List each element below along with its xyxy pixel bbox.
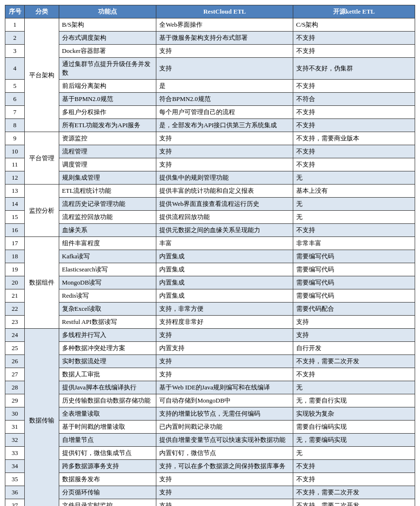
cell-restcloud: 符合BPMN2.0规范 xyxy=(156,93,293,106)
table-row: 37文件目录实时监控支持不支持，需要二次开发 xyxy=(5,499,415,506)
cell-feature: 复杂Excel读取 xyxy=(59,303,156,316)
cell-feature: Docker容器部署 xyxy=(59,45,156,58)
cell-feature: Restful API数据读写 xyxy=(59,316,156,329)
cell-id: 30 xyxy=(5,407,25,421)
table-row: 16血缘关系提供元数据之间的血缘关系呈现能力不支持 xyxy=(5,224,415,237)
cell-id: 22 xyxy=(5,303,25,316)
cell-feature: 血缘关系 xyxy=(59,224,156,237)
cell-id: 3 xyxy=(5,45,25,58)
table-row: 20MongoDB读写内置集成需要编写代码 xyxy=(5,276,415,289)
cell-id: 34 xyxy=(5,460,25,473)
cell-kettle: 不支持 xyxy=(293,80,415,93)
cell-restcloud: 全Web界面操作 xyxy=(156,18,293,32)
cell-kettle: 无 xyxy=(293,381,415,394)
cell-restcloud: 提供流程回放功能 xyxy=(156,211,293,224)
cell-category: 数据传输 xyxy=(25,329,59,506)
cell-kettle: 无 xyxy=(293,171,415,185)
cell-feature: 流程历史记录管理功能 xyxy=(59,198,156,211)
cell-feature: 流程监控回放功能 xyxy=(59,211,156,224)
cell-id: 16 xyxy=(5,224,25,237)
table-row: 30全表增量读取支持的增量比较节点，无需任何编码实现较为复杂 xyxy=(5,407,415,421)
table-row: 6基于BPMN2.0规范符合BPMN2.0规范不符合 xyxy=(5,93,415,106)
cell-restcloud: 内置钉钉，微信节点 xyxy=(156,447,293,460)
cell-feature: 前后端分离架构 xyxy=(59,80,156,93)
table-row: 8所有ETL功能发布为API服务是，全部发布为API接口供第三方系统集成不支持 xyxy=(5,119,415,132)
cell-restcloud: 支持 xyxy=(156,368,293,381)
cell-kettle: 无，需要编码实现 xyxy=(293,434,415,447)
cell-feature: 流程管理 xyxy=(59,145,156,158)
cell-feature: 基于BPMN2.0规范 xyxy=(59,93,156,106)
cell-kettle: 无，需要自行实现 xyxy=(293,394,415,407)
cell-feature: 文件目录实时监控 xyxy=(59,499,156,506)
cell-restcloud: 支持 xyxy=(156,132,293,145)
comparison-table: 序号 分类 功能点 RestCloud ETL 开源kettle ETL 1平台… xyxy=(5,5,415,506)
cell-restcloud: 支持 xyxy=(156,355,293,368)
cell-id: 1 xyxy=(5,18,25,32)
cell-id: 8 xyxy=(5,119,25,132)
cell-kettle: 需要编写代码 xyxy=(293,289,415,303)
cell-restcloud: 支持程度非常好 xyxy=(156,316,293,329)
table-row: 18Kafka读写内置集成需要编写代码 xyxy=(5,250,415,263)
cell-kettle: 不支持 xyxy=(293,158,415,171)
cell-id: 36 xyxy=(5,486,25,499)
cell-kettle: 不支持 xyxy=(293,473,415,486)
cell-id: 17 xyxy=(5,237,25,250)
cell-feature: 跨多数据源事务支持 xyxy=(59,460,156,473)
table-row: 1平台架构B/S架构全Web界面操作C/S架构 xyxy=(5,18,415,32)
cell-id: 5 xyxy=(5,80,25,93)
table-row: 31基于时间戳的增量读取已内置时间戳记录功能需要自行编码实现 xyxy=(5,421,415,434)
cell-category: 监控分析 xyxy=(25,185,59,237)
cell-id: 15 xyxy=(5,211,25,224)
table-row: 36分页循环传输支持不支持，需要二次开发 xyxy=(5,486,415,499)
cell-restcloud: 支持 xyxy=(156,158,293,171)
cell-feature: 全表增量读取 xyxy=(59,407,156,421)
cell-feature: 基于时间戳的增量读取 xyxy=(59,421,156,434)
cell-kettle: 不支持 xyxy=(293,460,415,473)
cell-id: 27 xyxy=(5,368,25,381)
table-row: 34跨多数据源事务支持支持，可以在多个数据源之间保持数据库事务不支持 xyxy=(5,460,415,473)
cell-feature: 历史传输数据自动数据存储功能 xyxy=(59,394,156,407)
table-row: 9平台管理资源监控支持不支持，需要商业版本 xyxy=(5,132,415,145)
cell-id: 35 xyxy=(5,473,25,486)
cell-kettle: 不支持 xyxy=(293,106,415,119)
cell-kettle: 自行开发 xyxy=(293,342,415,355)
cell-feature: MongoDB读写 xyxy=(59,276,156,289)
cell-kettle: 支持 xyxy=(293,329,415,342)
cell-kettle: 需要编写代码 xyxy=(293,250,415,263)
cell-category: 平台架构 xyxy=(25,18,59,132)
cell-restcloud: 支持 xyxy=(156,45,293,58)
cell-feature: 规则集成管理 xyxy=(59,171,156,185)
col-header-id: 序号 xyxy=(5,5,25,18)
cell-restcloud: 内置集成 xyxy=(156,263,293,276)
cell-id: 31 xyxy=(5,421,25,434)
cell-feature: 分布式调度架构 xyxy=(59,32,156,45)
cell-restcloud: 可自动存储到MongoDB中 xyxy=(156,394,293,407)
table-row: 11调度管理支持不支持 xyxy=(5,158,415,171)
cell-restcloud: 基于Web IDE的Java规则编写和在线编译 xyxy=(156,381,293,394)
cell-restcloud: 内置集成 xyxy=(156,250,293,263)
cell-kettle: 不符合 xyxy=(293,93,415,106)
col-header-feature: 功能点 xyxy=(59,5,156,18)
cell-feature: 提供钉钉，微信集成节点 xyxy=(59,447,156,460)
cell-restcloud: 支持 xyxy=(156,486,293,499)
cell-id: 6 xyxy=(5,93,25,106)
cell-id: 10 xyxy=(5,145,25,158)
cell-restcloud: 支持，非常方便 xyxy=(156,303,293,316)
table-row: 22复杂Excel读取支持，非常方便需要代码配合 xyxy=(5,303,415,316)
cell-restcloud: 基于微服务架构支持分布式部署 xyxy=(156,32,293,45)
cell-category: 平台管理 xyxy=(25,132,59,185)
cell-kettle: 不支持 xyxy=(293,145,415,158)
cell-id: 7 xyxy=(5,106,25,119)
col-header-kettle: 开源kettle ETL xyxy=(293,5,415,18)
cell-feature: 实时数据流处理 xyxy=(59,355,156,368)
cell-kettle: 不支持 xyxy=(293,224,415,237)
cell-id: 23 xyxy=(5,316,25,329)
cell-feature: 通过集群节点提升升级任务并发数 xyxy=(59,58,156,80)
cell-restcloud: 提供Web界面直接查看流程运行历史 xyxy=(156,198,293,211)
cell-feature: ETL流程统计功能 xyxy=(59,185,156,198)
cell-kettle: 需要编写代码 xyxy=(293,263,415,276)
cell-restcloud: 支持 xyxy=(156,58,293,80)
cell-restcloud: 支持的增量比较节点，无需任何编码 xyxy=(156,407,293,421)
cell-id: 24 xyxy=(5,329,25,342)
cell-feature: B/S架构 xyxy=(59,18,156,32)
